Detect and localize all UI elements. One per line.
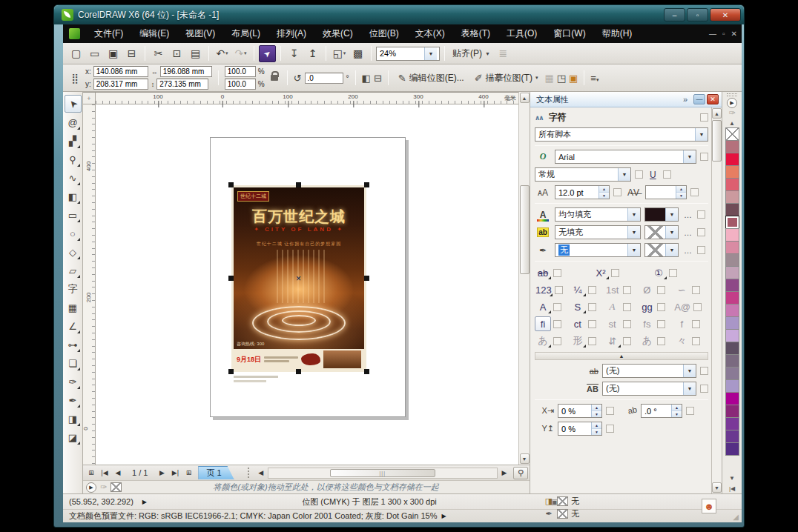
x-shift-input[interactable] bbox=[558, 405, 591, 417]
cut-button[interactable]: ✂ bbox=[150, 45, 167, 62]
scroll-down-icon[interactable]: ▼ bbox=[520, 453, 530, 464]
character-section-checkbox[interactable] bbox=[700, 113, 708, 122]
object-height-input[interactable] bbox=[156, 79, 208, 90]
wrap-text-icon[interactable]: ≡▾ bbox=[590, 73, 598, 84]
outline-color-swatch[interactable]: ▼ bbox=[644, 243, 679, 257]
effect-vertical-alternates[interactable]: ⇵ bbox=[604, 333, 621, 348]
color-swatch[interactable] bbox=[725, 266, 739, 279]
zoom-dropdown-arrow-icon[interactable]: ▼ bbox=[424, 47, 437, 60]
redo-button[interactable]: ↷▾ bbox=[232, 45, 249, 62]
color-swatch[interactable] bbox=[725, 291, 739, 305]
effect-superscript-checkbox[interactable] bbox=[611, 269, 619, 277]
color-swatch[interactable] bbox=[725, 253, 739, 267]
docker-scroll-down-icon[interactable]: ▼ bbox=[712, 482, 722, 493]
edit-bitmap-button[interactable]: ✎ 编辑位图(E)... bbox=[395, 69, 468, 87]
effect-stylistic-set[interactable]: A bbox=[535, 299, 551, 314]
color-swatch[interactable] bbox=[725, 304, 739, 317]
color-swatch[interactable] bbox=[725, 140, 739, 153]
effect-traditional-forms[interactable]: 形 bbox=[570, 333, 586, 348]
fill-type-select[interactable]: 均匀填充 ▼ bbox=[555, 207, 641, 222]
horizontal-scrollbar[interactable]: ||| bbox=[268, 468, 498, 479]
size-up-icon[interactable]: ▲ bbox=[599, 186, 609, 193]
connector-tool[interactable]: ⊶ bbox=[65, 336, 82, 353]
menu-file[interactable]: 文件(F) bbox=[86, 24, 131, 43]
polygon-tool[interactable]: ◇ bbox=[65, 243, 82, 261]
smart-fill-tool[interactable]: ◧ bbox=[65, 187, 82, 205]
effect-historical-forms-checkbox[interactable] bbox=[657, 303, 665, 311]
import-button[interactable]: ↧ bbox=[286, 45, 303, 62]
palette-expand-icon[interactable]: |◀ bbox=[726, 483, 738, 493]
overline-checkbox[interactable] bbox=[700, 385, 708, 393]
fullscreen-preview-button[interactable]: ◱▾ bbox=[331, 45, 348, 62]
palette-scroll-down-icon[interactable]: ▼ bbox=[726, 473, 738, 483]
fill-checkbox[interactable] bbox=[697, 210, 705, 219]
application-launcher-button[interactable]: ➤ bbox=[259, 45, 276, 62]
menu-table[interactable]: 表格(T) bbox=[453, 24, 498, 43]
docker-close-button[interactable]: ✕ bbox=[707, 94, 719, 104]
menu-layout[interactable]: 布局(L) bbox=[223, 24, 268, 43]
blend-tool[interactable]: ❏ bbox=[65, 354, 82, 372]
size-checkbox[interactable] bbox=[613, 188, 621, 196]
color-swatch[interactable] bbox=[725, 405, 739, 418]
effect-proportional-width[interactable]: あ bbox=[639, 333, 655, 348]
kerning-input[interactable] bbox=[646, 186, 676, 199]
doc-close-button[interactable]: ✕ bbox=[731, 30, 737, 38]
membership-icon[interactable]: ☻ bbox=[702, 499, 716, 513]
eyedropper-icon[interactable]: ✑ bbox=[100, 482, 107, 492]
palette-scroll-up-icon[interactable]: ▲ bbox=[726, 118, 738, 128]
underline-button[interactable]: U bbox=[647, 170, 659, 180]
y-shift-input[interactable] bbox=[558, 422, 591, 435]
effect-strikethrough-checkbox[interactable] bbox=[553, 269, 561, 277]
zoom-level-combo[interactable]: ▼ bbox=[376, 47, 440, 61]
y-shift-checkbox[interactable] bbox=[606, 425, 614, 433]
style-dropdown-arrow-icon[interactable]: ▼ bbox=[618, 168, 630, 181]
selection-handle[interactable] bbox=[364, 182, 369, 187]
selection-handle[interactable] bbox=[364, 276, 369, 281]
open-button[interactable]: ▭ bbox=[86, 45, 103, 62]
effect-stylistic-set-checkbox[interactable] bbox=[553, 303, 561, 311]
menu-tools[interactable]: 工具(O) bbox=[498, 24, 545, 43]
effect-enclosed[interactable]: ① bbox=[650, 265, 667, 280]
overline-position-select[interactable]: (无) ▼ bbox=[602, 382, 696, 396]
effect-historical-forms[interactable]: gg bbox=[639, 299, 655, 314]
resize-grip-icon[interactable]: ◢ bbox=[733, 513, 739, 521]
object-x-input[interactable] bbox=[93, 66, 148, 77]
scroll-left-icon[interactable]: ◀ bbox=[254, 467, 268, 479]
add-page-end-button[interactable]: ⊞ bbox=[182, 467, 195, 479]
y-shift-spinner[interactable]: ▲▼ bbox=[558, 422, 602, 436]
splitter-handle[interactable] bbox=[248, 468, 250, 478]
font-checkbox[interactable] bbox=[700, 153, 708, 161]
effect-stylistic-alternates-checkbox[interactable] bbox=[588, 303, 596, 311]
color-swatch[interactable] bbox=[725, 329, 739, 342]
zoom-tool[interactable]: ⚲ bbox=[65, 150, 82, 168]
no-color-swatch[interactable] bbox=[725, 127, 739, 141]
effect-slashed-zero-checkbox[interactable] bbox=[657, 286, 665, 294]
menu-window[interactable]: 窗口(W) bbox=[545, 24, 593, 43]
font-size-input[interactable] bbox=[555, 186, 598, 199]
docker-minimize-button[interactable]: — bbox=[693, 94, 705, 104]
rectangle-tool[interactable]: ▭ bbox=[65, 206, 82, 224]
color-swatch[interactable] bbox=[725, 316, 739, 330]
color-swatch[interactable] bbox=[725, 379, 739, 393]
interactive-fill-tool[interactable]: ◪ bbox=[65, 428, 82, 446]
mirror-horizontal-icon[interactable]: ◧ bbox=[362, 73, 371, 84]
color-swatch[interactable] bbox=[725, 241, 739, 254]
selection-handle[interactable] bbox=[296, 182, 301, 187]
undo-button[interactable]: ↶▾ bbox=[214, 45, 231, 62]
collapse-section-icon[interactable]: ∧∧ bbox=[535, 114, 543, 122]
new-button[interactable]: ▢ bbox=[67, 45, 85, 62]
effect-terminal-forms[interactable]: f bbox=[673, 316, 690, 331]
color-swatch[interactable] bbox=[725, 153, 739, 166]
color-swatch[interactable] bbox=[725, 342, 739, 355]
palette-eyedropper-icon[interactable]: ✑ bbox=[728, 108, 735, 118]
menu-edit[interactable]: 编辑(E) bbox=[131, 24, 177, 43]
effect-proportional-width-checkbox[interactable] bbox=[657, 337, 665, 345]
x-shift-checkbox[interactable] bbox=[606, 407, 614, 415]
text-tool[interactable]: 字 bbox=[65, 280, 82, 298]
color-swatch[interactable] bbox=[725, 216, 739, 229]
effect-vertical-alternates-checkbox[interactable] bbox=[623, 337, 631, 345]
horizontal-scroll-thumb[interactable]: ||| bbox=[330, 469, 435, 477]
effect-contextual-alternates-checkbox[interactable] bbox=[657, 320, 665, 328]
font-select[interactable]: Arial ▼ bbox=[555, 150, 696, 164]
pick-tool[interactable]: ➤ bbox=[65, 95, 82, 113]
